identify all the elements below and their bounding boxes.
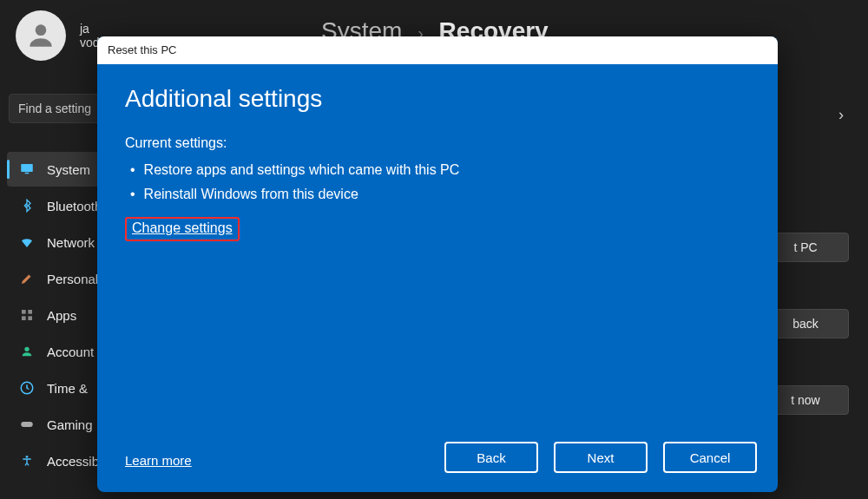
sidebar-item-label: Time &: [47, 381, 88, 396]
sidebar-item-label: Apps: [47, 308, 76, 323]
accessibility-icon: [19, 453, 35, 469]
svg-rect-2: [25, 173, 30, 174]
dialog-title: Reset this PC: [108, 43, 176, 56]
monitor-icon: [19, 161, 35, 177]
change-settings-link[interactable]: Change settings: [132, 220, 233, 235]
bluetooth-icon: [19, 198, 35, 213]
person-icon: [24, 19, 57, 52]
apps-icon: [19, 307, 35, 323]
clock-icon: [19, 380, 35, 396]
svg-rect-5: [22, 316, 26, 320]
person-icon: [19, 344, 35, 359]
svg-rect-9: [21, 422, 33, 427]
svg-rect-4: [28, 310, 32, 314]
learn-more-link[interactable]: Learn more: [125, 453, 192, 468]
avatar[interactable]: [16, 10, 66, 61]
current-settings-list: Restore apps and settings which came wit…: [130, 158, 750, 207]
change-settings-highlight: Change settings: [125, 217, 240, 241]
sidebar-item-label: Account: [47, 345, 94, 359]
dialog-heading: Additional settings: [125, 85, 750, 113]
expand-chevron-icon[interactable]: ›: [838, 106, 844, 124]
setting-item: Restore apps and settings which came wit…: [130, 158, 750, 182]
sidebar-item-label: System: [47, 162, 90, 177]
current-settings-label: Current settings:: [125, 135, 750, 151]
sidebar-item-label: Network: [47, 235, 95, 250]
user-name: ja: [80, 22, 100, 36]
dialog-titlebar: Reset this PC: [97, 36, 778, 64]
wifi-icon: [19, 234, 35, 250]
reset-pc-dialog: Reset this PC Additional settings Curren…: [97, 36, 778, 492]
sidebar-item-label: Personal: [47, 272, 98, 286]
search-placeholder: Find a setting: [18, 102, 91, 115]
svg-rect-1: [21, 164, 33, 172]
back-button[interactable]: Back: [444, 442, 538, 473]
cancel-button[interactable]: Cancel: [663, 442, 757, 473]
brush-icon: [19, 271, 35, 286]
next-button[interactable]: Next: [554, 442, 648, 473]
svg-point-10: [26, 456, 29, 458]
gamepad-icon: [19, 417, 35, 432]
svg-rect-6: [28, 316, 32, 320]
svg-rect-3: [22, 310, 26, 314]
sidebar-item-label: Bluetooth: [47, 199, 102, 213]
svg-point-7: [24, 347, 29, 351]
setting-item: Reinstall Windows from this device: [130, 182, 750, 207]
dialog-body: Additional settings Current settings: Re…: [97, 64, 778, 262]
sidebar-item-label: Gaming: [47, 417, 93, 432]
svg-point-0: [36, 24, 47, 36]
dialog-buttons: Back Next Cancel: [444, 442, 757, 473]
